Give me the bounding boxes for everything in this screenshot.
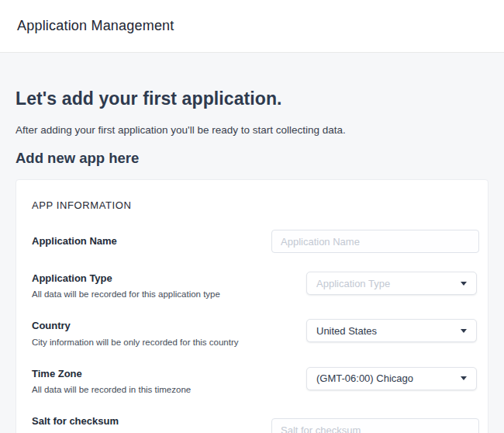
application-type-helper: All data will be recorded for this appli… (32, 288, 258, 300)
salt-control (271, 414, 479, 433)
chevron-down-icon (461, 376, 467, 380)
country-helper: City information will be only recorded f… (32, 336, 258, 348)
chevron-down-icon (461, 329, 467, 333)
country-row: Country City information will be only re… (32, 319, 477, 348)
time-zone-control: (GMT-06:00) Chicago (306, 367, 477, 390)
application-type-label-col: Application Type All data will be record… (32, 272, 271, 300)
country-select[interactable]: United States (306, 319, 477, 342)
time-zone-row: Time Zone All data will be recorded in t… (32, 367, 477, 396)
application-name-control (271, 230, 479, 253)
main-content: Let's add your first application. After … (0, 53, 504, 433)
application-name-label-col: Application Name (32, 234, 271, 248)
time-zone-select-value: (GMT-06:00) Chicago (316, 372, 454, 384)
time-zone-select[interactable]: (GMT-06:00) Chicago (306, 367, 477, 390)
add-app-heading: Add new app here (16, 136, 488, 167)
application-type-select[interactable]: Application Type (306, 272, 477, 295)
country-label: Country (32, 320, 271, 332)
welcome-subheading: After adding your first application you'… (16, 109, 488, 136)
application-type-control: Application Type (306, 272, 477, 295)
application-name-row: Application Name (32, 230, 477, 253)
time-zone-helper: All data will be recorded in this timezo… (32, 383, 258, 396)
application-type-label: Application Type (32, 272, 271, 285)
salt-input[interactable] (271, 418, 479, 433)
time-zone-label: Time Zone (32, 368, 271, 380)
salt-label: Salt for checksum (32, 415, 271, 428)
chevron-down-icon (461, 282, 467, 286)
country-select-value: United States (316, 325, 454, 337)
application-name-label: Application Name (32, 235, 271, 248)
country-control: United States (306, 319, 477, 342)
page-title: Application Management (17, 18, 174, 34)
welcome-heading: Let's add your first application. (16, 53, 488, 109)
salt-row: Salt for checksum Will only accept reque… (32, 414, 477, 433)
app-information-section-title: APP INFORMATION (32, 199, 477, 211)
app-form-card: APP INFORMATION Application Name Applica… (16, 179, 488, 433)
application-name-input[interactable] (271, 230, 479, 253)
application-type-select-value: Application Type (316, 278, 454, 289)
country-label-col: Country City information will be only re… (32, 319, 271, 348)
salt-label-col: Salt for checksum Will only accept reque… (32, 414, 271, 433)
time-zone-label-col: Time Zone All data will be recorded in t… (32, 367, 271, 396)
page-header: Application Management (0, 0, 504, 53)
application-type-row: Application Type All data will be record… (32, 272, 477, 300)
